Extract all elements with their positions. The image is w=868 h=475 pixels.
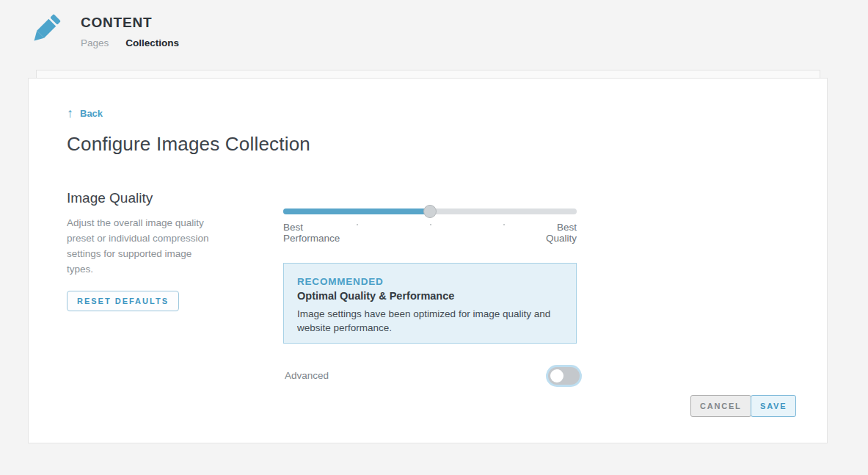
app-header: CONTENT Pages Collections	[0, 0, 868, 66]
back-link[interactable]: ↑ Back	[67, 106, 103, 120]
configure-images-card: ↑ Back Configure Images Collection Image…	[28, 78, 828, 443]
cancel-button[interactable]: CANCEL	[690, 395, 751, 417]
app-title: CONTENT	[81, 15, 179, 31]
pencil-icon	[25, 9, 66, 50]
advanced-toggle[interactable]	[548, 367, 580, 385]
back-link-label: Back	[80, 108, 103, 119]
slider-label-best-performance: Best Performance	[283, 222, 353, 244]
tab-pages[interactable]: Pages	[81, 37, 109, 48]
save-button[interactable]: SAVE	[751, 395, 796, 417]
toggle-knob	[550, 369, 564, 382]
recommended-title: Optimal Quality & Performance	[297, 290, 563, 302]
image-quality-description: Adjust the overall image quality preset …	[67, 215, 221, 277]
advanced-label: Advanced	[285, 370, 329, 381]
slider-thumb[interactable]	[423, 205, 437, 218]
recommended-description: Image settings have been optimized for i…	[297, 307, 558, 335]
slider-label-best-quality: Best Quality	[533, 222, 577, 244]
up-arrow-icon: ↑	[67, 106, 73, 120]
recommended-badge: RECOMMENDED	[297, 276, 563, 287]
page-title: Configure Images Collection	[67, 133, 310, 156]
slider-fill	[283, 209, 430, 214]
recommended-panel: RECOMMENDED Optimal Quality & Performanc…	[283, 263, 577, 344]
image-quality-section-title: Image Quality	[67, 190, 153, 206]
reset-defaults-button[interactable]: RESET DEFAULTS	[67, 291, 179, 311]
header-tabs: Pages Collections	[81, 37, 179, 48]
tab-collections[interactable]: Collections	[125, 37, 179, 48]
slider-labels: Best Performance Best Quality	[283, 222, 577, 244]
